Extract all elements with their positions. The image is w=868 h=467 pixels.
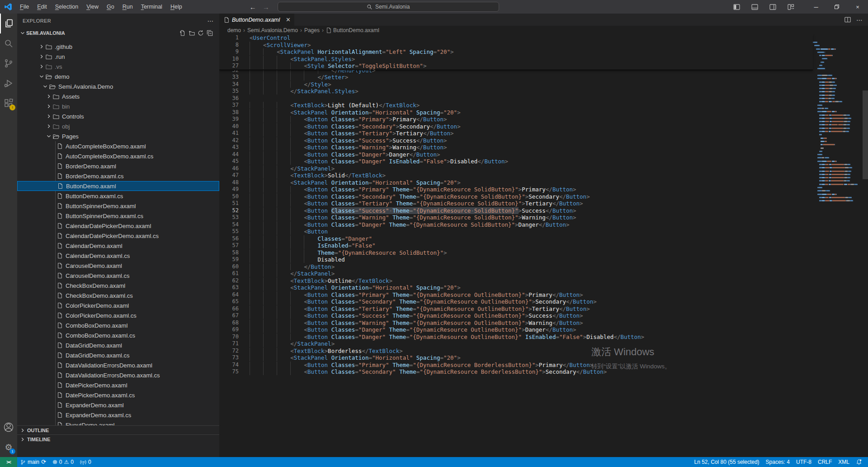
code-line-74[interactable]: 74 <Button Classes="Primary" Theme="{Dyn…: [219, 362, 813, 369]
status-git-branch[interactable]: main⟳: [17, 457, 49, 467]
workspace-section-header[interactable]: SEMI.AVALONIA: [17, 28, 219, 38]
status-language-mode[interactable]: XML: [835, 457, 853, 467]
nav-forward-icon[interactable]: →: [263, 3, 269, 11]
customize-layout-icon[interactable]: [784, 1, 797, 13]
tree-item-buttonspinnerdemo-axaml[interactable]: ButtonSpinnerDemo.axaml: [17, 201, 219, 211]
code-line-64[interactable]: 64 <Button Classes="Primary" Theme="{Dyn…: [219, 291, 813, 299]
tree-item--github[interactable]: .github: [17, 42, 219, 52]
nav-back-icon[interactable]: ←: [250, 3, 256, 11]
status-notifications[interactable]: [853, 457, 865, 467]
tab-close-icon[interactable]: ✕: [286, 16, 291, 23]
tree-item-carouseldemo-axaml[interactable]: CarouselDemo.axaml: [17, 261, 219, 271]
tree-item-buttondemo-axaml[interactable]: ButtonDemo.axaml: [17, 181, 219, 191]
tree-item-comboboxdemo-axaml-cs[interactable]: ComboBoxDemo.axaml.cs: [17, 330, 219, 340]
tree-item-buttonspinnerdemo-axaml-cs[interactable]: ButtonSpinnerDemo.axaml.cs: [17, 211, 219, 221]
code-line-1[interactable]: 1<UserControl: [219, 34, 813, 42]
minimap[interactable]: [813, 41, 863, 203]
code-line-57[interactable]: 57 IsEnabled="False": [219, 242, 813, 249]
tree-item-expanderdemo-axaml-cs[interactable]: ExpanderDemo.axaml.cs: [17, 410, 219, 420]
new-folder-icon[interactable]: [189, 30, 195, 36]
code-line-75[interactable]: 75 <Button Classes="Secondary" Theme="{D…: [219, 368, 813, 376]
tree-item-carouseldemo-axaml-cs[interactable]: CarouselDemo.axaml.cs: [17, 271, 219, 281]
activity-source-control-icon[interactable]: [0, 53, 17, 73]
tree-item-calendardemo-axaml[interactable]: CalendarDemo.axaml: [17, 241, 219, 251]
code-line-51[interactable]: 51 <Button Classes="Tertiary" Theme="{Dy…: [219, 200, 813, 207]
code-line-33[interactable]: 33 </Setter>: [219, 74, 813, 81]
tree-item-semi-avalonia-demo[interactable]: Semi.Avalonia.Demo: [17, 81, 219, 91]
new-file-icon[interactable]: [179, 30, 186, 36]
menu-file[interactable]: File: [16, 0, 33, 14]
tree-item--vs[interactable]: .vs: [17, 62, 219, 71]
tree-item-bin[interactable]: bin: [17, 101, 219, 111]
tree-item-datepickerdemo-axaml-cs[interactable]: DatePickerDemo.axaml.cs: [17, 390, 219, 400]
tree-item-pages[interactable]: Pages: [17, 131, 219, 141]
tree-item-datavalidationerrorsdemo-axaml[interactable]: DataValidationErrorsDemo.axaml: [17, 360, 219, 370]
editor-scrollbar[interactable]: [863, 91, 868, 179]
code-line-53[interactable]: 53 <Button Classes="Warning" Theme="{Dyn…: [219, 214, 813, 221]
code-line-9[interactable]: 9 <StackPanel HorizontalAlignment="Left"…: [219, 48, 813, 56]
code-line-45[interactable]: 45 <Button Classes="Danger" IsEnabled="F…: [219, 158, 813, 165]
tree-item-autocompleteboxdemo-axaml[interactable]: AutoCompleteBoxDemo.axaml: [17, 141, 219, 151]
toggle-secondary-sidebar-icon[interactable]: [766, 1, 779, 13]
activity-search-icon[interactable]: [0, 33, 17, 53]
code-line-36[interactable]: 36: [219, 95, 813, 102]
tree-item-datagriddemo-axaml[interactable]: DataGridDemo.axaml: [17, 340, 219, 350]
explorer-more-actions-icon[interactable]: ⋯: [208, 17, 214, 24]
toggle-panel-icon[interactable]: [748, 1, 761, 13]
code-line-38[interactable]: 38 <StackPanel Orientation="Horizontal" …: [219, 109, 813, 116]
code-line-10[interactable]: 10 <StackPanel.Styles>: [219, 56, 813, 63]
tree-item-colorpickerdemo-axaml[interactable]: ColorPickerDemo.axaml: [17, 300, 219, 310]
tree-item-buttondemo-axaml-cs[interactable]: ButtonDemo.axaml.cs: [17, 191, 219, 201]
tree-item-datavalidationerrorsdemo-axaml-cs[interactable]: DataValidationErrorsDemo.axaml.cs: [17, 370, 219, 380]
code-line-54[interactable]: 54 <Button Classes="Danger" Theme="{Dyna…: [219, 221, 813, 229]
tree-item-demo[interactable]: demo: [17, 71, 219, 81]
tree-item-calendardatepickerdemo-axaml-cs[interactable]: CalendarDatePickerDemo.axaml.cs: [17, 231, 219, 241]
tree-item-controls[interactable]: Controls: [17, 111, 219, 121]
code-line-61[interactable]: 61 </StackPanel>: [219, 270, 813, 277]
code-line-37[interactable]: 37 <TextBlock>Light (Default)</TextBlock…: [219, 102, 813, 109]
tree-item-calendardemo-axaml-cs[interactable]: CalendarDemo.axaml.cs: [17, 251, 219, 261]
code-line-56[interactable]: 56 Classes="Danger": [219, 235, 813, 243]
code-line-66[interactable]: 66 <Button Classes="Tertiary" Theme="{Dy…: [219, 305, 813, 313]
code-line-46[interactable]: 46 </StackPanel>: [219, 165, 813, 172]
tree-item-borderdemo-axaml-cs[interactable]: BorderDemo.axaml.cs: [17, 171, 219, 181]
activity-account-icon[interactable]: [0, 417, 17, 437]
code-line-35[interactable]: 35 </StackPanel.Styles>: [219, 88, 813, 95]
code-line-73[interactable]: 73 <StackPanel Orientation="Horizontal" …: [219, 354, 813, 362]
activity-settings-icon[interactable]: ⚙1: [0, 437, 17, 457]
tree-item-colorpickerdemo-axaml-cs[interactable]: ColorPickerDemo.axaml.cs: [17, 310, 219, 320]
status-cursor-position[interactable]: Ln 52, Col 80 (55 selected): [691, 457, 763, 467]
code-line-49[interactable]: 49 <Button Classes="Primary" Theme="{Dyn…: [219, 186, 813, 193]
code-line-34[interactable]: 34 </Style>: [219, 81, 813, 88]
tree-item-datagriddemo-axaml-cs[interactable]: DataGridDemo.axaml.cs: [17, 350, 219, 360]
breadcrumb-item[interactable]: Semi.Avalonia.Demo: [247, 27, 298, 33]
status-eol[interactable]: CRLF: [815, 457, 835, 467]
tree-item--run[interactable]: .run: [17, 52, 219, 62]
activity-explorer-icon[interactable]: [0, 14, 17, 33]
activity-extensions-icon[interactable]: !: [0, 93, 17, 113]
code-line-41[interactable]: 41 <Button Classes="Tertiary">Tertiary</…: [219, 130, 813, 137]
remote-indicator[interactable]: ><: [0, 457, 17, 467]
menu-terminal[interactable]: Terminal: [137, 0, 166, 14]
tree-item-calendardatepickerdemo-axaml[interactable]: CalendarDatePickerDemo.axaml: [17, 221, 219, 231]
menu-view[interactable]: View: [82, 0, 103, 14]
split-editor-icon[interactable]: [844, 17, 851, 23]
tree-item-assets[interactable]: Assets: [17, 91, 219, 101]
restore-button[interactable]: [826, 0, 847, 14]
code-line-43[interactable]: 43 <Button Classes="Warning">Warning</Bu…: [219, 144, 813, 151]
code-line-27[interactable]: 27 <Style Selector="ToggleSplitButton">: [219, 62, 813, 70]
code-line-55[interactable]: 55 <Button: [219, 228, 813, 235]
code-line-58[interactable]: 58 Theme="{DynamicResource SolidButton}"…: [219, 249, 813, 257]
code-line-63[interactable]: 63 <StackPanel Orientation="Horizontal" …: [219, 284, 813, 291]
code-line-72[interactable]: 72 <TextBlock>Borderless</TextBlock>: [219, 348, 813, 355]
status-problems[interactable]: ⊗0⚠0: [49, 457, 77, 467]
code-line-60[interactable]: 60 </Button>: [219, 263, 813, 271]
menu-help[interactable]: Help: [166, 0, 186, 14]
menu-go[interactable]: Go: [103, 0, 118, 14]
code-line-67[interactable]: 67 <Button Classes="Success" Theme="{Dyn…: [219, 312, 813, 319]
breadcrumb-item[interactable]: Pages: [304, 27, 320, 33]
code-line-40[interactable]: 40 <Button Classes="Secondary">Secondary…: [219, 123, 813, 130]
status-ports[interactable]: 0: [77, 457, 94, 467]
tree-item-datepickerdemo-axaml[interactable]: DatePickerDemo.axaml: [17, 380, 219, 390]
code-line-44[interactable]: 44 <Button Classes="Danger">Danger</Butt…: [219, 151, 813, 158]
